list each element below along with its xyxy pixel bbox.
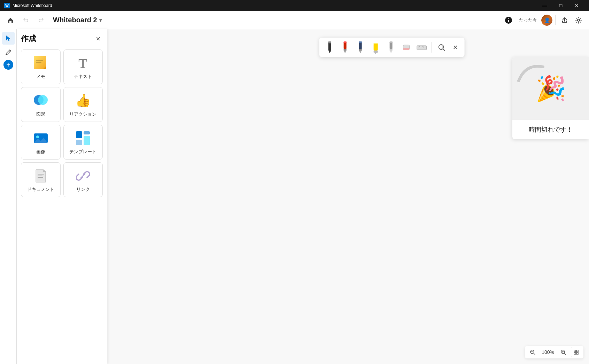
app-icon: W xyxy=(4,3,10,8)
svg-rect-31 xyxy=(343,41,346,43)
pointer-tool-button[interactable] xyxy=(2,32,15,45)
panel-grid: メモ T テキスト xyxy=(21,49,103,197)
svg-line-54 xyxy=(443,49,444,51)
text-icon: T xyxy=(75,55,91,71)
svg-rect-45 xyxy=(403,48,409,50)
svg-rect-17 xyxy=(76,131,82,138)
notification-card: 🎉 時間切れです！ xyxy=(512,57,589,139)
title-bar: W Microsoft Whiteboard — □ ✕ xyxy=(0,0,589,11)
svg-rect-9 xyxy=(36,62,41,63)
settings-button[interactable] xyxy=(572,14,585,26)
svg-rect-29 xyxy=(343,49,346,51)
svg-rect-43 xyxy=(389,41,392,43)
board-title-text: Whiteboard 2 xyxy=(53,16,97,24)
board-title-button[interactable]: Whiteboard 2 ▾ xyxy=(50,15,104,25)
document-icon xyxy=(33,168,48,184)
reaction-item[interactable]: 👍 リアクション xyxy=(63,87,103,122)
pencil-black-tool[interactable] xyxy=(323,40,336,55)
svg-point-3 xyxy=(578,19,580,21)
maximize-button[interactable]: □ xyxy=(553,0,569,11)
ruler-tool[interactable] xyxy=(414,40,428,55)
text-label: テキスト xyxy=(74,73,92,80)
template-item[interactable]: テンプレート xyxy=(63,125,103,160)
left-toolbar: + xyxy=(0,29,17,364)
save-timestamp: たった今 xyxy=(516,17,540,23)
svg-rect-37 xyxy=(373,51,378,53)
minimize-button[interactable]: — xyxy=(537,0,553,11)
eraser-tool[interactable] xyxy=(399,40,413,55)
text-item[interactable]: T テキスト xyxy=(63,49,103,84)
document-item[interactable]: ドキュメント xyxy=(21,162,61,197)
svg-point-14 xyxy=(36,135,39,138)
dropdown-icon: ▾ xyxy=(99,17,102,23)
pen-tool-button[interactable] xyxy=(2,46,15,59)
marker-gray-tool[interactable] xyxy=(384,40,398,55)
reaction-label: リアクション xyxy=(69,111,96,117)
user-avatar[interactable]: 👤 xyxy=(541,15,552,26)
panel-header: 作成 ✕ xyxy=(21,33,103,44)
panel-close-button[interactable]: ✕ xyxy=(93,34,103,44)
notification-text: 時間切れです！ xyxy=(512,120,589,139)
svg-rect-33 xyxy=(359,49,362,51)
svg-rect-18 xyxy=(84,131,90,134)
svg-line-57 xyxy=(534,353,535,355)
svg-rect-26 xyxy=(328,41,331,43)
zoom-level-display: 100% xyxy=(539,349,557,355)
pen-dark-tool[interactable] xyxy=(353,40,367,55)
side-panel: 作成 ✕ xyxy=(17,29,107,364)
svg-line-60 xyxy=(564,353,566,355)
svg-rect-22 xyxy=(38,176,42,176)
zoom-fit-button[interactable] xyxy=(571,347,581,357)
svg-marker-30 xyxy=(343,51,346,53)
pen-red-tool[interactable] xyxy=(338,40,352,55)
shape-icon xyxy=(33,93,48,108)
close-button[interactable]: ✕ xyxy=(569,0,585,11)
svg-rect-63 xyxy=(574,350,576,352)
svg-rect-64 xyxy=(576,350,578,352)
add-content-button[interactable]: + xyxy=(3,60,13,70)
separator xyxy=(555,15,556,25)
title-bar-controls: — □ ✕ xyxy=(537,0,585,11)
search-tool-button[interactable] xyxy=(434,40,448,55)
avatar-image: 👤 xyxy=(541,15,552,26)
redo-button[interactable] xyxy=(35,14,47,26)
zoom-controls: 100% xyxy=(525,346,583,358)
link-icon xyxy=(75,168,91,184)
shape-item[interactable]: 図形 xyxy=(21,87,61,122)
svg-rect-35 xyxy=(359,41,362,43)
info-button[interactable] xyxy=(502,14,515,26)
drawing-toolbar: ✕ xyxy=(319,38,464,57)
template-label: テンプレート xyxy=(69,149,96,155)
canvas-area[interactable]: ✕ 🎉 時間切れです！ 100% xyxy=(107,29,589,364)
svg-rect-27 xyxy=(328,43,331,44)
toolbar-separator xyxy=(431,42,432,53)
svg-rect-66 xyxy=(576,353,578,354)
svg-rect-19 xyxy=(76,140,82,145)
image-icon xyxy=(33,131,48,146)
memo-item[interactable]: メモ xyxy=(21,49,61,84)
svg-marker-42 xyxy=(389,51,392,53)
share-button[interactable] xyxy=(558,14,571,26)
highlighter-yellow-tool[interactable] xyxy=(369,40,382,55)
svg-rect-20 xyxy=(84,136,90,145)
svg-rect-23 xyxy=(38,177,43,178)
main-container: + 作成 ✕ xyxy=(0,29,589,364)
menu-bar: Whiteboard 2 ▾ たった今 👤 xyxy=(0,11,589,29)
app-title: Microsoft Whiteboard xyxy=(13,3,52,8)
svg-rect-8 xyxy=(36,60,43,61)
svg-point-1 xyxy=(508,18,509,19)
undo-button[interactable] xyxy=(20,14,32,26)
drawing-toolbar-close[interactable]: ✕ xyxy=(450,42,461,53)
notification-emoji: 🎉 xyxy=(536,74,566,103)
link-item[interactable]: リンク xyxy=(63,162,103,197)
zoom-in-button[interactable] xyxy=(558,347,568,357)
svg-marker-4 xyxy=(6,36,10,41)
image-item[interactable]: 画像 xyxy=(21,125,61,160)
svg-rect-65 xyxy=(574,353,576,354)
svg-rect-36 xyxy=(373,44,378,51)
image-label: 画像 xyxy=(36,149,45,155)
zoom-out-button[interactable] xyxy=(528,347,537,357)
home-button[interactable] xyxy=(4,14,17,26)
reaction-icon: 👍 xyxy=(75,93,91,108)
memo-label: メモ xyxy=(36,73,45,80)
